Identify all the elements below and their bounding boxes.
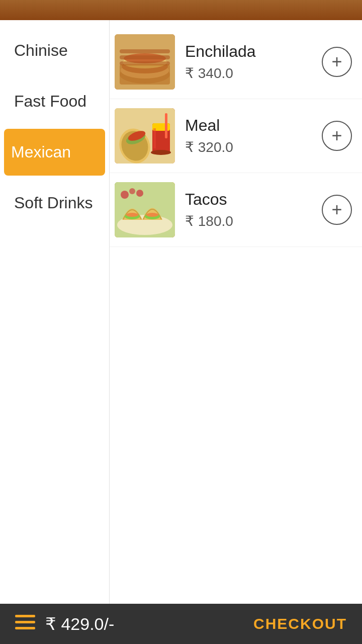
checkout-button[interactable]: CHECKOUT	[253, 615, 347, 632]
svg-point-27	[136, 190, 143, 197]
food-image-enchilada	[115, 34, 175, 90]
svg-point-26	[129, 188, 135, 194]
svg-rect-6	[120, 49, 170, 53]
svg-point-1	[120, 65, 170, 84]
svg-point-22	[126, 213, 138, 217]
svg-point-2	[121, 62, 169, 78]
food-name: Meal	[185, 116, 322, 135]
svg-point-24	[146, 213, 158, 217]
sidebar-item-fast-food[interactable]: Fast Food	[4, 78, 105, 125]
food-info-tacos: Tacos ₹ 180.0	[175, 190, 322, 229]
svg-rect-18	[165, 113, 167, 138]
list-item: Meal ₹ 320.0 +	[110, 99, 362, 173]
food-info-meal: Meal ₹ 320.0	[175, 116, 322, 155]
sidebar-item-label: Chinise	[14, 41, 68, 59]
list-item: Enchilada ₹ 340.0 +	[110, 25, 362, 99]
top-bar	[0, 0, 362, 20]
sidebar-item-mexican[interactable]: Mexican	[4, 129, 105, 176]
food-list: Enchilada ₹ 340.0 +	[110, 20, 362, 624]
sidebar-item-label: Mexican	[11, 143, 71, 161]
add-meal-button[interactable]: +	[322, 121, 352, 151]
svg-rect-7	[120, 55, 170, 59]
sidebar: Chinise Fast Food Mexican Soft Drinks	[0, 20, 110, 624]
sidebar-item-label: Fast Food	[14, 92, 86, 110]
svg-point-25	[121, 191, 129, 199]
cart-icon	[15, 613, 35, 635]
food-image-meal	[115, 108, 175, 164]
plus-icon: +	[331, 127, 342, 145]
list-item: Tacos ₹ 180.0 +	[110, 173, 362, 247]
svg-point-16	[151, 150, 171, 155]
sidebar-item-soft-drinks[interactable]: Soft Drinks	[4, 180, 105, 226]
add-enchilada-button[interactable]: +	[322, 47, 352, 77]
food-info-enchilada: Enchilada ₹ 340.0	[175, 42, 322, 82]
svg-rect-17	[153, 128, 156, 148]
sidebar-item-label: Soft Drinks	[14, 194, 93, 212]
food-price: ₹ 340.0	[185, 65, 322, 82]
food-price: ₹ 180.0	[185, 213, 322, 229]
plus-icon: +	[331, 201, 342, 219]
svg-rect-28	[15, 615, 35, 617]
cart-total: ₹ 429.0/-	[45, 614, 253, 634]
food-name: Tacos	[185, 190, 322, 209]
food-name: Enchilada	[185, 42, 322, 61]
bottom-bar: ₹ 429.0/- CHECKOUT	[0, 604, 362, 644]
food-price: ₹ 320.0	[185, 139, 322, 155]
add-tacos-button[interactable]: +	[322, 195, 352, 225]
plus-icon: +	[331, 53, 342, 71]
svg-rect-30	[15, 627, 35, 629]
food-image-tacos	[115, 182, 175, 237]
main-layout: Chinise Fast Food Mexican Soft Drinks	[0, 20, 362, 624]
svg-rect-29	[15, 621, 35, 623]
svg-rect-8	[120, 61, 170, 65]
sidebar-item-chinise[interactable]: Chinise	[4, 27, 105, 74]
